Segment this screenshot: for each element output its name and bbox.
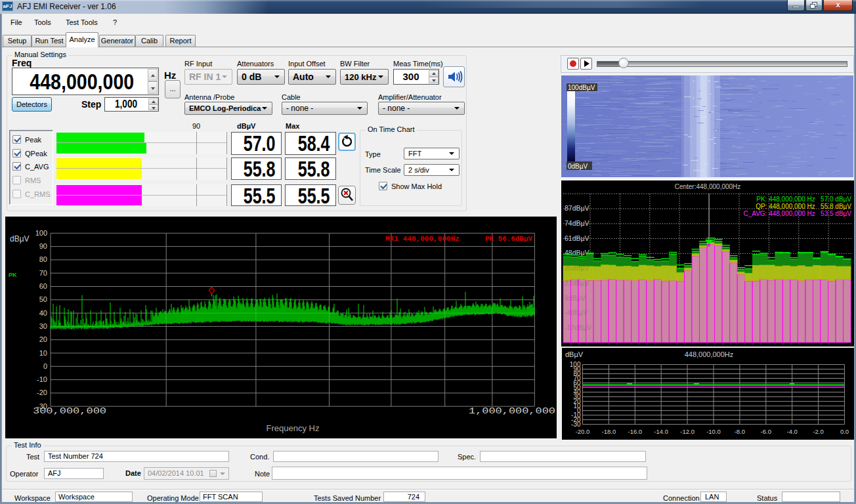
svg-text:-10.0: -10.0 [706, 428, 721, 435]
svg-text:300,000,000: 300,000,000 [33, 407, 106, 416]
svg-text:30: 30 [39, 322, 47, 330]
svg-text:-30: -30 [571, 421, 581, 428]
svg-text:35dBµV: 35dBµV [565, 264, 589, 272]
svg-text:-14.0: -14.0 [654, 428, 668, 435]
svg-text:-20.0: -20.0 [576, 428, 590, 435]
svg-text:50: 50 [39, 295, 47, 303]
svg-text:61dBµV: 61dBµV [565, 234, 589, 242]
svg-text:-4.0: -4.0 [787, 428, 798, 435]
svg-text:C_AVG: 448,000,000 Hz 53.5 d: C_AVG: 448,000,000 Hz 53.5 dBµV [743, 210, 851, 217]
svg-text:-18.0: -18.0 [602, 428, 616, 435]
svg-text:-20: -20 [37, 388, 47, 396]
svg-text:PK 56.6dBµV: PK 56.6dBµV [485, 235, 532, 243]
svg-text:QP: 448,000,000 Hz 55.8 dBµV: QP: 448,000,000 Hz 55.8 dBµV [756, 203, 851, 210]
svg-text:Frequency Hz: Frequency Hz [267, 423, 320, 433]
svg-text:0.0: 0.0 [840, 428, 849, 435]
svg-text:22dBµV: 22dBµV [565, 279, 589, 287]
svg-text:-8.0: -8.0 [735, 428, 745, 435]
svg-text:90: 90 [39, 242, 47, 250]
svg-text:60: 60 [39, 282, 47, 290]
svg-text:100: 100 [35, 229, 47, 237]
svg-text:-4dBµV: -4dBµV [565, 308, 588, 316]
svg-text:48dBµV: 48dBµV [565, 249, 589, 257]
svg-text:-16.0: -16.0 [628, 428, 642, 435]
svg-text:9dBµV: 9dBµV [565, 294, 586, 302]
svg-text:PK: PK [9, 272, 17, 278]
svg-text:87dBµV: 87dBµV [565, 204, 589, 212]
svg-text:40: 40 [39, 309, 47, 317]
svg-text:0dBµV: 0dBµV [568, 163, 588, 170]
svg-text:dBµV: dBµV [10, 234, 30, 243]
svg-text:448,000,000Hz: 448,000,000Hz [685, 350, 734, 358]
svg-text:70: 70 [39, 269, 47, 277]
svg-text:80: 80 [39, 255, 47, 263]
svg-text:-2.0: -2.0 [813, 428, 823, 435]
svg-text:0: 0 [43, 362, 47, 370]
svg-text:-17dBµV: -17dBµV [565, 324, 591, 331]
svg-text:74dBµV: 74dBµV [565, 219, 589, 227]
svg-text:MK1 448,000,000Hz: MK1 448,000,000Hz [385, 235, 460, 243]
svg-text:PK: 448,000,000 Hz 57.0 dBµV: PK: 448,000,000 Hz 57.0 dBµV [756, 196, 851, 203]
svg-text:Center:448,000,000Hz: Center:448,000,000Hz [675, 183, 741, 190]
svg-text:dBµV: dBµV [565, 350, 584, 358]
svg-text:1,000,000,000: 1,000,000,000 [469, 407, 555, 416]
svg-text:-10: -10 [37, 375, 47, 383]
svg-text:10: 10 [39, 349, 47, 357]
svg-text:-6.0: -6.0 [761, 428, 771, 435]
svg-text:-12.0: -12.0 [680, 428, 695, 435]
svg-text:20: 20 [39, 335, 47, 343]
svg-text:100dBµV: 100dBµV [568, 84, 595, 91]
